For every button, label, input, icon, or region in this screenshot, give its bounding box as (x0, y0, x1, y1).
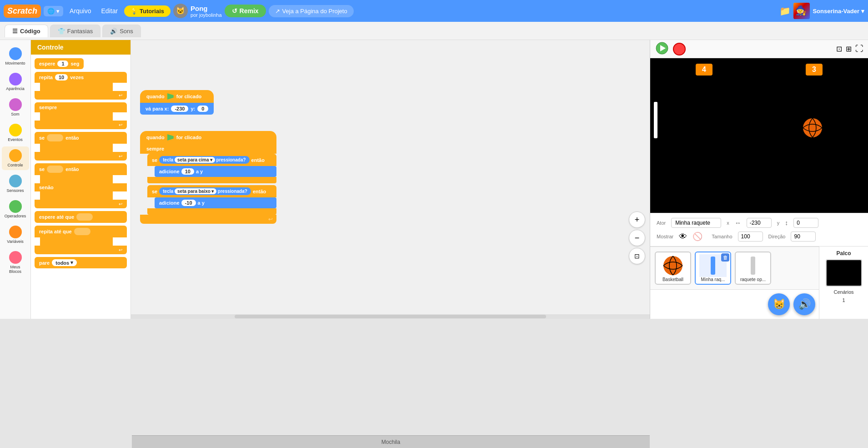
username: Sonserina-Vader (813, 8, 859, 15)
svg-text:🧙: 🧙 (795, 5, 807, 16)
view-icon: ↗ (275, 8, 280, 15)
user-info[interactable]: Sonserina-Vader ▾ (813, 8, 864, 15)
globe-dropdown-icon: ▾ (56, 8, 60, 15)
meus-blocos-dot (9, 251, 22, 264)
sprites-stage-row: Basketball 🗑 Minha raq... (650, 246, 868, 319)
globe-icon: 🌐 (47, 8, 55, 15)
meus-blocos-label: Meus Blocos (5, 265, 26, 274)
code-area[interactable]: quando for clicado vá para x: -230 y: 0 … (131, 40, 650, 319)
block-repita[interactable]: repita 10 vezes ↩ (35, 72, 127, 100)
green-flag-button[interactable] (655, 42, 669, 56)
stage-medium-button[interactable]: ⊞ (846, 45, 852, 53)
category-som[interactable]: Som (2, 96, 29, 119)
block-sempre[interactable]: sempre ↩ (35, 102, 127, 129)
category-movimento[interactable]: Movimento (2, 45, 29, 68)
tab-fantasias[interactable]: 👕 Fantasias (50, 25, 100, 37)
sensores-dot (9, 175, 22, 187)
stop-button[interactable] (673, 43, 686, 55)
raquete-op-sprite-img (739, 254, 767, 277)
basketball-ball (803, 118, 823, 138)
zoom-in-button[interactable]: + (629, 211, 645, 228)
show-eye-button[interactable]: 👁 (679, 232, 687, 242)
basketball-label: Basketball (662, 277, 683, 282)
lightbulb-icon: 💡 (130, 8, 138, 15)
block-espere-ate[interactable]: espere até que (35, 211, 127, 223)
arquivo-menu[interactable]: Arquivo (66, 5, 95, 16)
category-sensores[interactable]: Sensores (2, 172, 29, 196)
stage-controls-bar: ⊡ ⊞ ⛶ (650, 40, 868, 58)
horizontal-scrollbar[interactable] (131, 314, 650, 319)
project-title-group: Pong por joybolinha (191, 5, 222, 18)
raquete-op-label: raquete op... (738, 277, 768, 282)
category-meus-blocos[interactable]: Meus Blocos (2, 248, 29, 277)
scratch-logo[interactable]: Scratch (4, 5, 41, 18)
globe-button[interactable]: 🌐 ▾ (44, 6, 63, 16)
operadores-dot (9, 200, 22, 213)
sprite-basketball[interactable]: Basketball (655, 252, 691, 285)
stage-backdrop-thumb[interactable] (826, 259, 862, 287)
y-arrow-icon: ↕ (785, 219, 788, 227)
project-info: 🐱 Pong por joybolinha (173, 4, 222, 18)
zoom-fit-button[interactable]: ⊡ (629, 248, 645, 264)
controle-dot (9, 149, 22, 162)
category-variaveis[interactable]: Variáveis (2, 223, 29, 247)
categories-panel: Movimento Aparência Som Eventos Controle… (0, 40, 31, 319)
sprite-raquete-op[interactable]: raquete op... (735, 252, 771, 285)
stage-small-button[interactable]: ⊡ (836, 45, 842, 53)
eventos-label: Eventos (8, 137, 23, 142)
user-avatar[interactable]: 🧙 (793, 3, 810, 19)
block-espere[interactable]: espere 1 seg (35, 58, 127, 69)
y-label: y (777, 220, 780, 226)
stage-fullscreen-button[interactable]: ⛶ (855, 44, 863, 54)
sensores-label: Sensores (6, 188, 24, 193)
zoom-out-button[interactable]: − (629, 230, 645, 246)
codigo-icon: ☰ (12, 28, 18, 35)
tab-sons[interactable]: 🔊 Sons (102, 25, 141, 37)
variaveis-label: Variáveis (7, 239, 23, 244)
minha-raquete-label: Minha raq... (697, 277, 728, 282)
tab-bar: ☰ Código 👕 Fantasias 🔊 Sons (0, 22, 868, 40)
hide-eye-button[interactable]: 🚫 (692, 232, 702, 242)
cenarios-label: Cenários (833, 289, 853, 295)
block-se-senao[interactable]: se então senão ↩ (35, 163, 127, 208)
basketball-sprite-img (659, 254, 687, 277)
sons-icon: 🔊 (110, 28, 117, 35)
add-sprite-button[interactable]: 😸 (768, 293, 790, 315)
score-player2: 3 (806, 64, 823, 76)
tab-codigo[interactable]: ☰ Código (5, 25, 48, 37)
y-value-input[interactable] (793, 218, 818, 228)
fab-row: 😸 🔊 (650, 289, 819, 319)
view-project-button[interactable]: ↗ Veja a Página do Projeto (269, 5, 354, 17)
project-avatar-icon: 🐱 (174, 5, 187, 17)
aparencia-label: Aparência (6, 86, 25, 91)
add-sound-button[interactable]: 🔊 (793, 293, 815, 315)
tamanho-input[interactable] (738, 232, 763, 242)
category-operadores[interactable]: Operadores (2, 197, 29, 221)
direcao-input[interactable] (791, 232, 816, 242)
category-controle[interactable]: Controle (2, 146, 29, 170)
block-pare[interactable]: pare todos ▾ (35, 257, 127, 268)
sprite-minha-raquete[interactable]: 🗑 Minha raq... (695, 252, 731, 285)
scrollbar-thumb[interactable] (235, 315, 546, 318)
mochila-label: Mochila (381, 439, 400, 445)
block-group-forever: quando for clicado sempre se tecla seta … (140, 131, 276, 224)
sprite-delete-button[interactable]: 🗑 (721, 253, 729, 262)
operadores-label: Operadores (5, 214, 26, 218)
category-eventos[interactable]: Eventos (2, 121, 29, 145)
block-se-entao[interactable]: se então ↩ (35, 132, 127, 161)
block-repita-ate[interactable]: repita até que ↩ (35, 226, 127, 254)
right-section: ⊡ ⊞ ⛶ 4 3 Ator (650, 40, 868, 319)
ator-name-input[interactable] (671, 218, 721, 228)
blocks-header: Controle (31, 40, 130, 55)
x-value-input[interactable] (747, 218, 772, 228)
editar-menu[interactable]: Editar (98, 5, 122, 16)
movimento-label: Movimento (5, 61, 25, 65)
tutoriais-button[interactable]: 💡 Tutoriais (124, 5, 171, 17)
svg-point-7 (663, 256, 682, 275)
blocks-list: espere 1 seg repita 10 vezes ↩ sempre (31, 55, 130, 319)
category-aparencia[interactable]: Aparência (2, 70, 29, 94)
som-label: Som (11, 112, 20, 116)
mostrar-label: Mostrar (657, 234, 673, 239)
remix-button[interactable]: ↺ Remix (225, 5, 266, 17)
folder-button[interactable]: 📁 (779, 5, 791, 16)
